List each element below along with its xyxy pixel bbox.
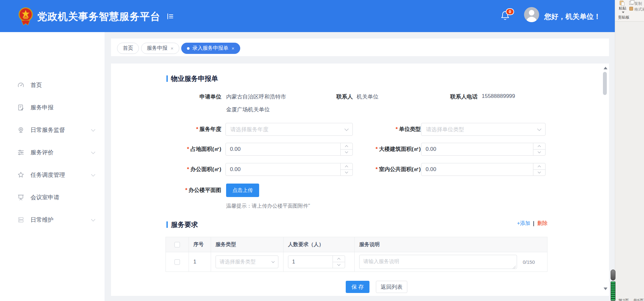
- land-area-input[interactable]: [226, 143, 352, 155]
- sidebar-item-home[interactable]: 首页: [0, 74, 105, 96]
- header-checkbox-cell: [166, 237, 189, 252]
- header-index: 序号: [189, 237, 211, 252]
- copy-icon[interactable]: [629, 1, 633, 5]
- sidebar-item-label: 会议室申请: [30, 194, 59, 201]
- tab-home[interactable]: 首页: [117, 43, 139, 54]
- tab-bar: 首页 服务申报 × 录入服务申报单 ×: [111, 39, 609, 56]
- copy-button[interactable]: 复制: [634, 1, 642, 6]
- avatar[interactable]: [524, 7, 539, 22]
- add-row-link[interactable]: +添加: [517, 220, 530, 227]
- sidebar-item-task-scheduling[interactable]: 任务调度管理: [0, 164, 105, 186]
- spinner-down-button[interactable]: [533, 169, 545, 176]
- scrollbar-knob[interactable]: [611, 270, 615, 280]
- webcam-icon: [17, 126, 24, 133]
- save-button[interactable]: 保 存: [346, 281, 369, 293]
- spinner-down-button[interactable]: [533, 149, 545, 156]
- land-area-field: [225, 143, 353, 156]
- building-area-input[interactable]: [421, 143, 545, 155]
- scrollbar-down-arrow[interactable]: [604, 288, 607, 290]
- notification-bell-icon[interactable]: 0: [501, 10, 512, 23]
- unit-type-select[interactable]: 请选择单位类型: [421, 123, 546, 136]
- row-service-type-cell: 请选择服务类型: [211, 252, 283, 271]
- presentation-board-icon: [17, 194, 24, 201]
- number-spinner: [533, 143, 545, 155]
- star-icon: [17, 171, 24, 178]
- section-accent-bar: [166, 75, 168, 82]
- row-checkbox[interactable]: [174, 259, 180, 265]
- sidebar-collapse-icon[interactable]: [166, 13, 174, 20]
- form-title: 物业服务申报单: [171, 74, 218, 83]
- tab-service-declare[interactable]: 服务申报 ×: [141, 43, 179, 54]
- indoor-public-area-input[interactable]: [421, 163, 545, 176]
- dashboard-icon: [17, 82, 24, 89]
- requirements-title: 服务要求: [171, 220, 198, 229]
- service-year-label: *服务年度: [141, 123, 221, 136]
- table-row: 1 请选择服务类型: [166, 252, 547, 271]
- sidebar-item-meeting-room[interactable]: 会议室申请: [0, 186, 105, 209]
- tab-label: 录入服务申报单: [192, 45, 228, 52]
- scrollbar-thumb[interactable]: [603, 72, 607, 95]
- row-people-count-cell: [283, 252, 354, 271]
- number-spinner: [533, 163, 545, 176]
- tab-label: 服务申报: [147, 45, 167, 52]
- tab-label: 首页: [123, 45, 133, 52]
- sidebar-item-service-declare[interactable]: 服务申报: [0, 96, 105, 119]
- paste-dropdown-caret[interactable]: [622, 12, 624, 13]
- format-painter-icon[interactable]: [629, 7, 633, 11]
- link-divider: [533, 221, 534, 226]
- service-type-select[interactable]: 请选择服务类型: [216, 255, 278, 268]
- external-scrollbar-green[interactable]: [611, 270, 615, 301]
- requirements-table: 序号 服务类型 人数要求（人） 服务说明 1 请选择服务类型: [165, 237, 547, 272]
- close-icon[interactable]: ×: [232, 46, 234, 51]
- sidebar-item-daily-supervision[interactable]: 日常服务监督: [0, 119, 105, 141]
- screen: 党政机关事务智慧服务平台 0 您好，机关单位！: [0, 0, 644, 301]
- clipboard-group: 粘贴 复制 格式刷 剪贴板: [615, 0, 644, 22]
- char-counter: 0/150: [523, 259, 535, 265]
- land-area-label: *占地面积(㎡): [141, 143, 221, 156]
- service-year-select[interactable]: 请选择服务年度: [225, 123, 353, 136]
- server-list-icon: [17, 216, 24, 223]
- required-mark: *: [187, 146, 189, 152]
- sidebar-item-label: 任务调度管理: [30, 171, 65, 179]
- required-mark: *: [185, 187, 187, 193]
- contact-phone-value: 15588889999: [482, 93, 515, 99]
- sidebar: 首页 服务申报 日常服务监督: [0, 32, 105, 301]
- upload-button[interactable]: 点击上传: [226, 184, 259, 197]
- resize-handle[interactable]: [513, 264, 516, 268]
- spinner-down-button[interactable]: [333, 262, 345, 268]
- required-mark: *: [196, 126, 198, 132]
- section-accent-bar: [166, 221, 168, 228]
- select-placeholder: 请选择服务年度: [230, 126, 345, 133]
- office-area-input[interactable]: [226, 163, 352, 176]
- required-mark: *: [187, 166, 189, 172]
- spinner-up-button[interactable]: [533, 143, 545, 149]
- paste-button[interactable]: 粘贴: [619, 6, 626, 11]
- close-icon[interactable]: ×: [171, 46, 174, 51]
- delete-row-link[interactable]: 删除: [537, 220, 547, 227]
- chevron-down-icon: [91, 217, 95, 221]
- sidebar-item-label: 日常服务监督: [30, 126, 65, 134]
- row-service-desc-cell: 0/150: [354, 252, 547, 271]
- applicant-label: 申请单位: [157, 93, 221, 100]
- sidebar-item-label: 日常维护: [30, 216, 54, 224]
- contact-phone-label: 联系人电话: [413, 93, 478, 100]
- spinner-up-button[interactable]: [333, 256, 345, 262]
- scrollbar-up-arrow[interactable]: [604, 67, 607, 69]
- people-count-field: [288, 255, 345, 268]
- sidebar-item-daily-maintenance[interactable]: 日常维护: [0, 209, 105, 231]
- spinner-up-button[interactable]: [533, 163, 545, 169]
- back-to-list-button[interactable]: 返回列表: [376, 281, 407, 293]
- chevron-down-icon: [272, 260, 275, 263]
- header-people-count: 人数要求（人）: [283, 237, 354, 252]
- required-mark: *: [376, 146, 378, 152]
- sidebar-item-service-evaluation[interactable]: 服务评价: [0, 141, 105, 164]
- tab-entry-form-active[interactable]: 录入服务申报单 ×: [181, 43, 240, 54]
- service-desc-field: [359, 255, 517, 269]
- format-painter-button[interactable]: 格式刷: [634, 7, 644, 12]
- sidebar-item-label: 首页: [30, 81, 42, 89]
- chevron-down-icon: [537, 127, 541, 131]
- service-desc-textarea[interactable]: [360, 255, 517, 269]
- select-all-checkbox[interactable]: [174, 242, 180, 247]
- required-mark: *: [376, 166, 378, 172]
- floorplan-label: *办公楼平面图: [141, 184, 221, 197]
